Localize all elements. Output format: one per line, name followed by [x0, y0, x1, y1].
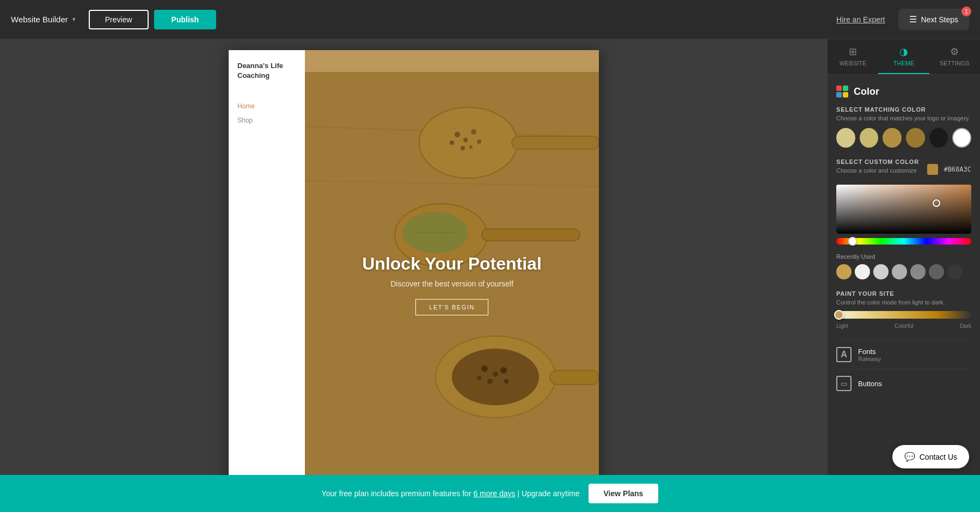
- custom-color-label: SELECT CUSTOM COLOR: [836, 159, 919, 165]
- topbar: Website Builder ▾ Preview Publish Hire a…: [0, 0, 980, 39]
- settings-tab-label: SETTINGS: [940, 60, 970, 66]
- hero-subtitle: Discover the best version of yourself: [362, 279, 542, 288]
- bottom-bar-separator: | Upgrade anytime: [515, 489, 579, 498]
- free-days-link[interactable]: 6 more days: [473, 489, 515, 498]
- site-nav: Home Shop: [237, 102, 296, 124]
- bottom-bar-text: Your free plan includes premium features…: [322, 489, 580, 498]
- paint-labels: Light Colorful Dark: [836, 323, 971, 329]
- color-gradient-area[interactable]: [836, 185, 971, 234]
- theme-tab-label: THEME: [893, 60, 915, 66]
- paint-label-light: Light: [836, 323, 848, 329]
- notification-badge: 1: [961, 7, 971, 16]
- matching-swatch-6[interactable]: [952, 128, 971, 148]
- buttons-label: Buttons: [858, 380, 882, 388]
- bottom-bar: Your free plan includes premium features…: [0, 475, 980, 512]
- matching-swatch-4[interactable]: [906, 128, 925, 148]
- next-steps-label: Next Steps: [921, 15, 958, 24]
- matching-swatch-1[interactable]: [836, 128, 855, 148]
- hero-title: Unlock Your Potential: [362, 254, 542, 274]
- publish-button[interactable]: Publish: [154, 10, 217, 29]
- fonts-info: Fonts Raleway: [858, 348, 881, 362]
- paint-label-dark: Dark: [960, 323, 971, 329]
- hire-expert-link[interactable]: Hire an Expert: [836, 15, 885, 24]
- panel-tabs: ⊞ WEBSITE ◑ THEME ⚙ SETTINGS: [828, 39, 980, 75]
- website-tab-label: WEBSITE: [840, 60, 867, 66]
- recent-swatch-4[interactable]: [892, 264, 907, 279]
- paint-site-label: PAINT YOUR SITE: [836, 290, 971, 297]
- site-nav-shop[interactable]: Shop: [237, 117, 296, 124]
- hero-cta-button[interactable]: LET'S BEGIN: [415, 299, 488, 315]
- recent-swatch-6[interactable]: [929, 264, 944, 279]
- recent-swatch-1[interactable]: [836, 264, 852, 279]
- recent-swatch-5[interactable]: [910, 264, 926, 279]
- contact-us-label: Contact Us: [920, 453, 957, 461]
- color-gradient-picker[interactable]: [836, 185, 971, 245]
- color-grid-icon: [836, 86, 848, 97]
- site-nav-home[interactable]: Home: [237, 102, 296, 110]
- matching-color-desc: Choose a color that matches your logo or…: [836, 115, 971, 121]
- color-section-header: Color: [836, 86, 971, 97]
- matching-swatch-2[interactable]: [860, 128, 879, 148]
- color-section-title: Color: [854, 86, 879, 97]
- next-steps-icon: ☰: [909, 14, 917, 25]
- matching-color-swatches: [836, 128, 971, 148]
- matching-swatch-5[interactable]: [929, 128, 948, 148]
- hue-slider[interactable]: [836, 238, 971, 245]
- panel-content: Color SELECT MATCHING COLOR Choose a col…: [828, 75, 980, 475]
- paint-slider-container[interactable]: [836, 311, 971, 319]
- paint-label-colorful: Colorful: [895, 323, 913, 329]
- view-plans-button[interactable]: View Plans: [589, 484, 659, 503]
- website-tab-icon: ⊞: [849, 46, 857, 58]
- matching-color-label: SELECT MATCHING COLOR: [836, 106, 971, 113]
- fonts-value: Raleway: [858, 356, 881, 362]
- recent-swatch-3[interactable]: [873, 264, 889, 279]
- site-sidebar: Deanna's Life Coaching Home Shop 🔍 🛒 👤: [229, 50, 305, 475]
- contact-us-button[interactable]: 💬 Contact Us: [892, 445, 969, 468]
- contact-chat-icon: 💬: [904, 452, 915, 462]
- paint-site-desc: Control the color mode from light to dar…: [836, 299, 971, 306]
- settings-tab-icon: ⚙: [950, 46, 959, 58]
- canvas-area: Deanna's Life Coaching Home Shop 🔍 🛒 👤: [0, 39, 828, 475]
- preview-button[interactable]: Preview: [89, 10, 149, 29]
- tab-settings[interactable]: ⚙ SETTINGS: [929, 39, 980, 74]
- color-picker-thumb[interactable]: [933, 199, 940, 207]
- preview-frame: Deanna's Life Coaching Home Shop 🔍 🛒 👤: [229, 50, 599, 475]
- paint-slider-track[interactable]: [836, 311, 971, 319]
- tab-theme[interactable]: ◑ THEME: [878, 39, 929, 74]
- hero-background: Unlock Your Potential Discover the best …: [305, 50, 599, 475]
- buttons-section[interactable]: ▭ Buttons: [836, 369, 971, 398]
- recent-swatch-7[interactable]: [947, 264, 963, 279]
- recently-used-swatches: [836, 264, 971, 279]
- fonts-section[interactable]: A Fonts Raleway: [836, 340, 971, 369]
- right-panel: ⊞ WEBSITE ◑ THEME ⚙ SETTINGS: [828, 39, 980, 475]
- buttons-icon: ▭: [836, 376, 852, 391]
- brand-arrow-icon: ▾: [72, 16, 76, 23]
- recently-used-label: Recently Used: [836, 253, 971, 260]
- fonts-icon: A: [836, 347, 852, 362]
- fonts-label: Fonts: [858, 348, 881, 356]
- brand-label: Website Builder: [11, 15, 68, 24]
- main-area: Deanna's Life Coaching Home Shop 🔍 🛒 👤: [0, 39, 980, 475]
- custom-color-preview[interactable]: [927, 164, 938, 175]
- site-main: Unlock Your Potential Discover the best …: [305, 50, 599, 475]
- hue-slider-thumb[interactable]: [848, 237, 857, 246]
- theme-tab-icon: ◑: [899, 46, 908, 58]
- recent-swatch-2[interactable]: [855, 264, 870, 279]
- bottom-bar-message: Your free plan includes premium features…: [322, 489, 474, 498]
- site-logo: Deanna's Life Coaching: [237, 61, 296, 81]
- paint-slider-thumb[interactable]: [834, 310, 844, 320]
- custom-color-row: SELECT CUSTOM COLOR Choose a color and c…: [836, 159, 971, 180]
- brand-logo[interactable]: Website Builder ▾: [11, 15, 76, 24]
- custom-color-desc: Choose a color and customize: [836, 167, 919, 174]
- matching-swatch-3[interactable]: [883, 128, 902, 148]
- tab-website[interactable]: ⊞ WEBSITE: [828, 39, 878, 74]
- hero-content: Unlock Your Potential Discover the best …: [351, 243, 553, 326]
- next-steps-button[interactable]: ☰ Next Steps 1: [898, 9, 969, 30]
- custom-color-hex: #B68A3C: [944, 166, 971, 173]
